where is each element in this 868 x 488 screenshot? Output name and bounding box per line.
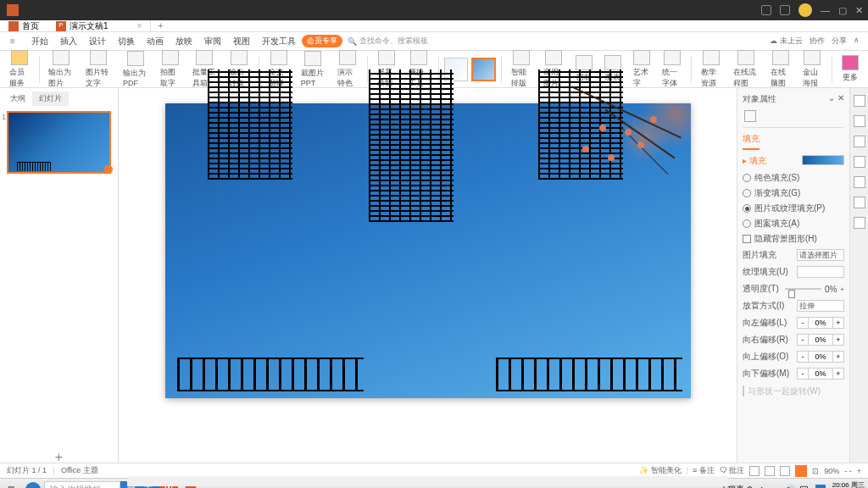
command-search[interactable]: 🔍查找命令、搜索模板 bbox=[348, 36, 428, 47]
lattice-shape-2[interactable] bbox=[369, 69, 453, 222]
menu-dev[interactable]: 开发工具 bbox=[256, 36, 302, 47]
slide-canvas[interactable] bbox=[119, 88, 737, 463]
rb-pdf[interactable]: 输出为PDF bbox=[119, 51, 153, 87]
tray-onedrive-icon[interactable]: ☁ bbox=[770, 485, 780, 489]
horizontal-scrollbar[interactable] bbox=[127, 476, 728, 486]
ie-icon[interactable] bbox=[25, 482, 41, 489]
tool-icon-5[interactable] bbox=[854, 176, 865, 188]
menu-hamburger-icon[interactable]: ≡ bbox=[0, 36, 25, 46]
outline-tab[interactable]: 大纲 bbox=[3, 92, 32, 106]
fill-pattern-radio[interactable]: 图案填充(A) bbox=[743, 216, 844, 231]
menu-animation[interactable]: 动画 bbox=[141, 36, 170, 47]
rb-edu[interactable]: 教学资源 bbox=[697, 50, 726, 89]
view-normal-icon[interactable] bbox=[749, 466, 760, 476]
close-icon[interactable]: ✕ bbox=[855, 5, 863, 16]
texture-select[interactable] bbox=[797, 266, 844, 278]
taskbar-search[interactable]: 输入你想搜的 bbox=[44, 481, 120, 489]
fill-category-icon[interactable] bbox=[744, 110, 756, 122]
menu-insert[interactable]: 插入 bbox=[54, 36, 83, 47]
start-button[interactable]: ⊞ bbox=[0, 479, 22, 489]
cloud-status[interactable]: ☁ 未上云 bbox=[770, 36, 803, 47]
tool-icon-2[interactable] bbox=[854, 115, 865, 127]
min-icon[interactable]: — bbox=[821, 5, 830, 15]
rb-flow[interactable]: 在线流程图 bbox=[729, 50, 763, 89]
tool-icon-7[interactable] bbox=[854, 217, 865, 229]
apps-icon[interactable] bbox=[780, 5, 790, 15]
grid-icon[interactable] bbox=[761, 5, 771, 15]
max-icon[interactable]: ▢ bbox=[838, 5, 847, 16]
home-tab[interactable]: 首页 bbox=[0, 20, 47, 31]
offset-down-spinner[interactable]: -+ bbox=[797, 368, 844, 380]
hide-bg-checkbox[interactable]: 隐藏背景图形(H) bbox=[743, 231, 844, 247]
slides-tab[interactable]: 幻灯片 bbox=[32, 92, 69, 106]
fence-shape-1[interactable] bbox=[177, 358, 364, 391]
tool-icon-1[interactable] bbox=[854, 95, 865, 107]
tile-select[interactable]: 拉伸 bbox=[797, 300, 844, 312]
fill-solid-radio[interactable]: 纯色填充(S) bbox=[743, 170, 844, 186]
menu-start[interactable]: 开始 bbox=[25, 36, 54, 47]
doc-tab[interactable]: P演示文稿1× bbox=[47, 20, 151, 31]
rb-export-img[interactable]: 输出为图片 bbox=[44, 50, 78, 89]
panel-close-icon[interactable]: ✕ bbox=[837, 93, 844, 103]
rb-mind[interactable]: 在线脑图 bbox=[766, 50, 795, 89]
add-tab-button[interactable]: + bbox=[151, 21, 170, 30]
slide-counter: 幻灯片 1 / 1 bbox=[7, 465, 47, 476]
menu-transition[interactable]: 切换 bbox=[112, 36, 141, 47]
share-button[interactable]: 分享 bbox=[832, 36, 847, 47]
fill-picture-radio[interactable]: 图片或纹理填充(P) bbox=[743, 201, 844, 216]
lattice-shape-1[interactable] bbox=[208, 69, 292, 180]
fill-section-header[interactable]: ▸ 填充 bbox=[743, 150, 844, 170]
slide-1[interactable] bbox=[165, 103, 691, 398]
tool-icon-6[interactable] bbox=[854, 197, 865, 208]
avatar[interactable] bbox=[798, 3, 812, 17]
tool-icon-3[interactable] bbox=[854, 136, 865, 147]
fence-shape-2[interactable] bbox=[496, 358, 682, 391]
rb-crop[interactable]: 裁图片PPT bbox=[297, 51, 330, 87]
fill-swatch[interactable] bbox=[802, 155, 844, 165]
transparency-slider[interactable] bbox=[785, 288, 821, 290]
view-reading-icon[interactable] bbox=[780, 466, 790, 476]
menu-design[interactable]: 设计 bbox=[83, 36, 112, 47]
fill-tab[interactable]: 填充 bbox=[743, 130, 760, 150]
taskbar-clock[interactable]: 20:06 周三 2023/12/27 bbox=[831, 482, 865, 488]
tray-volume-icon[interactable]: 🔊 bbox=[785, 485, 795, 489]
offset-left-spinner[interactable]: -+ bbox=[797, 317, 844, 329]
tray-app-icon[interactable] bbox=[815, 485, 826, 489]
fill-gradient-radio[interactable]: 渐变填充(G) bbox=[743, 186, 844, 201]
rb-photo[interactable]: 拍图取字 bbox=[156, 50, 185, 89]
collab-button[interactable]: 协作 bbox=[810, 36, 825, 47]
smart-beautify[interactable]: ✨ 智能美化 bbox=[639, 465, 682, 476]
slideshow-button[interactable] bbox=[795, 465, 807, 477]
vip-badge[interactable]: 会员专享 bbox=[302, 35, 342, 47]
tool-icon-4[interactable] bbox=[854, 156, 865, 168]
rb-ocr[interactable]: 图片转文字 bbox=[81, 50, 115, 89]
rb-wordart[interactable]: 艺术字 bbox=[629, 50, 654, 89]
notes-button[interactable]: ≡ 备注 bbox=[693, 465, 715, 476]
rb-smartlayout[interactable]: 智能排版 bbox=[507, 50, 536, 89]
zoom-out[interactable]: - - bbox=[844, 467, 852, 475]
zoom-in[interactable]: + bbox=[857, 467, 861, 475]
slide-thumbnail-1[interactable]: 1 bbox=[7, 111, 111, 174]
offset-up-spinner[interactable]: -+ bbox=[797, 351, 844, 363]
zoom-fit-icon[interactable]: ⊡ bbox=[812, 467, 819, 475]
rb-vip[interactable]: 会员服务 bbox=[5, 50, 34, 89]
offset-right-spinner[interactable]: -+ bbox=[797, 334, 844, 346]
rb-feature[interactable]: 演示特色 bbox=[333, 50, 362, 89]
rb-poster[interactable]: 金山海报 bbox=[798, 50, 827, 89]
play-icon[interactable] bbox=[104, 165, 113, 174]
zoom-level[interactable]: 90% bbox=[824, 467, 839, 475]
rb-more[interactable]: 更多 bbox=[837, 55, 863, 83]
comments-button[interactable]: 🗨 批注 bbox=[720, 465, 745, 476]
tray-expand-icon[interactable]: ∧ bbox=[759, 485, 765, 488]
menu-view[interactable]: 视图 bbox=[227, 36, 256, 47]
dropdown-icon[interactable]: ⌄ bbox=[828, 93, 835, 103]
chevron-icon[interactable]: ∧ bbox=[854, 36, 860, 47]
picfill-select[interactable]: 请选择图片 bbox=[797, 249, 844, 261]
template-2[interactable] bbox=[471, 58, 496, 81]
transparency-label: 透明度(T) bbox=[743, 283, 779, 295]
rb-font[interactable]: 统一字体 bbox=[658, 50, 687, 89]
tray-shield-icon[interactable]: 🛡 bbox=[800, 485, 810, 489]
view-sorter-icon[interactable] bbox=[765, 466, 775, 476]
menu-slideshow[interactable]: 放映 bbox=[170, 36, 198, 47]
menu-review[interactable]: 审阅 bbox=[198, 36, 227, 47]
